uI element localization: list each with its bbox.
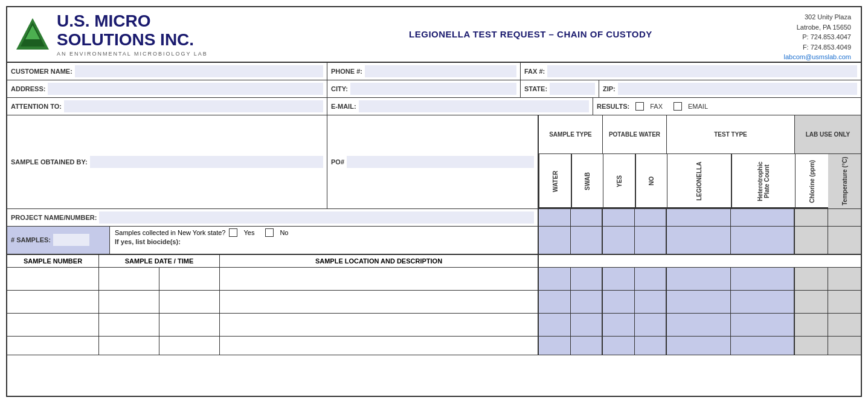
chlorine-subheader: Chlorine (ppm) bbox=[795, 154, 828, 208]
s3-no[interactable] bbox=[635, 314, 667, 336]
fax-input[interactable] bbox=[547, 65, 857, 77]
yes-checkbox[interactable] bbox=[229, 228, 237, 237]
form-title-area: LEGIONELLA TEST REQUEST – CHAIN OF CUSTO… bbox=[208, 29, 854, 39]
sample-num-4[interactable] bbox=[7, 337, 99, 355]
sample-data-row-4 bbox=[7, 337, 861, 355]
sample-num-1[interactable] bbox=[7, 268, 99, 290]
zip-input[interactable] bbox=[618, 83, 857, 95]
state-input[interactable] bbox=[550, 83, 595, 95]
sample-date-4[interactable] bbox=[99, 337, 159, 355]
s2-chlorine[interactable] bbox=[795, 291, 828, 313]
attention-row: ATTENTION TO: E-MAIL: RESULTS: FAX EMAIL bbox=[7, 98, 861, 115]
s4-swab[interactable] bbox=[571, 337, 603, 355]
s4-legionella[interactable] bbox=[667, 337, 731, 355]
s4-yes[interactable] bbox=[603, 337, 635, 355]
address-input[interactable] bbox=[48, 83, 323, 95]
s1-swab[interactable] bbox=[571, 268, 603, 290]
s1-legionella[interactable] bbox=[667, 268, 731, 290]
sample-time-3[interactable] bbox=[159, 314, 220, 336]
sample-date-header: SAMPLE DATE / TIME bbox=[99, 255, 220, 267]
sample-num-3[interactable] bbox=[7, 314, 99, 336]
email-input[interactable] bbox=[359, 100, 589, 112]
project-input[interactable] bbox=[99, 211, 534, 224]
data-temp-2 bbox=[828, 227, 861, 254]
data-yes-2 bbox=[603, 227, 635, 254]
logo-area: U.S. MICRO SOLUTIONS INC. AN ENVIRONMENT… bbox=[14, 12, 208, 57]
s2-hetero[interactable] bbox=[731, 291, 795, 313]
sample-date-3[interactable] bbox=[99, 314, 159, 336]
samples-row: # SAMPLES: Samples collected in New York… bbox=[7, 227, 861, 255]
s4-water[interactable] bbox=[539, 337, 571, 355]
company-name: U.S. MICRO SOLUTIONS INC. bbox=[57, 12, 208, 50]
customer-name-cell: CUSTOMER NAME: bbox=[7, 63, 327, 80]
sample-location-1[interactable] bbox=[220, 268, 539, 290]
s3-temp[interactable] bbox=[828, 314, 861, 336]
form-title: LEGIONELLA TEST REQUEST – CHAIN OF CUSTO… bbox=[208, 29, 854, 39]
s3-hetero[interactable] bbox=[731, 314, 795, 336]
s2-yes[interactable] bbox=[603, 291, 635, 313]
lab-use-only-header: LAB USE ONLY bbox=[795, 115, 861, 153]
s4-chlorine[interactable] bbox=[795, 337, 828, 355]
s4-no[interactable] bbox=[635, 337, 667, 355]
sample-type-header: SAMPLE TYPE bbox=[539, 115, 603, 153]
s1-chlorine[interactable] bbox=[795, 268, 828, 290]
data-water-2 bbox=[539, 227, 571, 254]
s3-yes[interactable] bbox=[603, 314, 635, 336]
s1-no[interactable] bbox=[635, 268, 667, 290]
data-swab-2 bbox=[571, 227, 603, 254]
s1-water[interactable] bbox=[539, 268, 571, 290]
phone-input[interactable] bbox=[365, 65, 516, 77]
s2-water[interactable] bbox=[539, 291, 571, 313]
fax-checkbox[interactable] bbox=[635, 102, 644, 111]
water-subheader: WATER bbox=[539, 154, 571, 208]
sample-time-2[interactable] bbox=[159, 291, 220, 313]
s2-swab[interactable] bbox=[571, 291, 603, 313]
legionella-subheader: LEGIONELLA bbox=[667, 154, 731, 208]
sample-location-4[interactable] bbox=[220, 337, 539, 355]
sample-num-2[interactable] bbox=[7, 291, 99, 313]
po-input[interactable] bbox=[347, 156, 534, 168]
logo-text: U.S. MICRO SOLUTIONS INC. AN ENVIRONMENT… bbox=[57, 12, 208, 57]
num-samples-cell: # SAMPLES: bbox=[7, 227, 110, 254]
s4-temp[interactable] bbox=[828, 337, 861, 355]
s2-legionella[interactable] bbox=[667, 291, 731, 313]
sample-obtained-input[interactable] bbox=[90, 156, 323, 168]
sample-date-1[interactable] bbox=[99, 268, 159, 290]
ny-question-line: Samples collected in New York state? Yes… bbox=[115, 228, 533, 237]
samples-left: # SAMPLES: Samples collected in New York… bbox=[7, 227, 539, 254]
phone-cell: PHONE #: bbox=[327, 63, 521, 80]
no-checkbox[interactable] bbox=[265, 228, 274, 237]
attention-input[interactable] bbox=[64, 100, 323, 112]
company-address: 302 Unity Plaza Latrobe, PA 15650 P: 724… bbox=[784, 12, 851, 62]
s2-temp[interactable] bbox=[828, 291, 861, 313]
data-legionella-2 bbox=[667, 227, 731, 254]
s1-hetero[interactable] bbox=[731, 268, 795, 290]
project-row: PROJECT NAME/NUMBER: bbox=[7, 209, 861, 227]
sample-location-2[interactable] bbox=[220, 291, 539, 313]
s1-temp[interactable] bbox=[828, 268, 861, 290]
s3-swab[interactable] bbox=[571, 314, 603, 336]
sample-time-1[interactable] bbox=[159, 268, 220, 290]
sample-location-3[interactable] bbox=[220, 314, 539, 336]
s3-water[interactable] bbox=[539, 314, 571, 336]
sample-data-row-1 bbox=[7, 268, 861, 291]
s1-yes[interactable] bbox=[603, 268, 635, 290]
sample-date-2[interactable] bbox=[99, 291, 159, 313]
data-swab-1 bbox=[571, 209, 603, 226]
customer-name-input[interactable] bbox=[75, 65, 323, 77]
s4-hetero[interactable] bbox=[731, 337, 795, 355]
form-page: U.S. MICRO SOLUTIONS INC. AN ENVIRONMENT… bbox=[6, 6, 862, 397]
s2-no[interactable] bbox=[635, 291, 667, 313]
right-col-filler bbox=[539, 255, 861, 267]
data-temp-1 bbox=[828, 209, 861, 226]
email-checkbox[interactable] bbox=[674, 102, 682, 111]
s3-legionella[interactable] bbox=[667, 314, 731, 336]
fax-cell: FAX #: bbox=[521, 63, 861, 80]
num-samples-input[interactable] bbox=[53, 234, 89, 246]
sample-table-col-headers: SAMPLE NUMBER SAMPLE DATE / TIME SAMPLE … bbox=[7, 255, 861, 268]
s3-chlorine[interactable] bbox=[795, 314, 828, 336]
address-cell: ADDRESS: bbox=[7, 80, 327, 97]
city-input[interactable] bbox=[350, 83, 516, 95]
sample-time-4[interactable] bbox=[159, 337, 220, 355]
data-row-1-right bbox=[539, 209, 861, 226]
